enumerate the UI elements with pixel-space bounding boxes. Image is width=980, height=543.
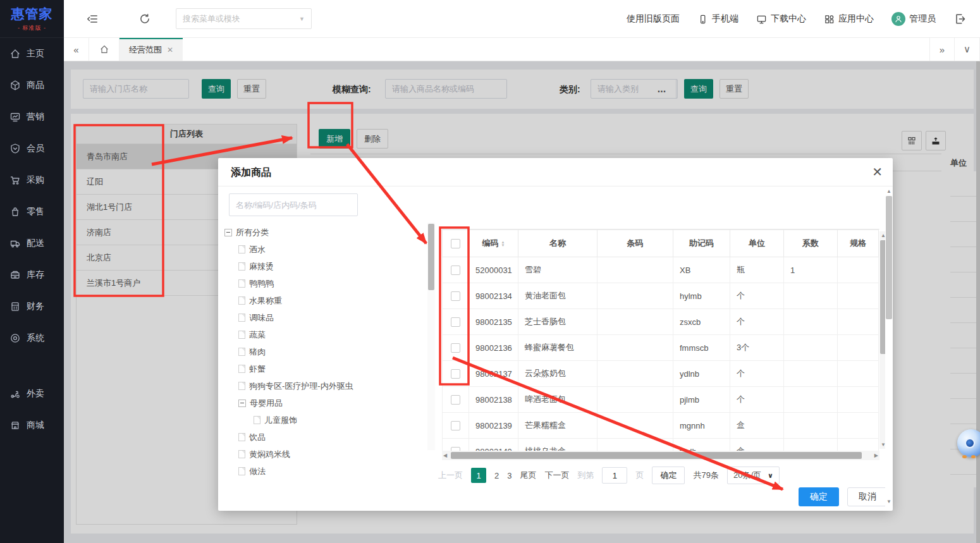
tree-node-label: 虾蟹	[249, 363, 266, 375]
mobile-link[interactable]: 手机端	[697, 13, 738, 25]
scrollbar-thumb[interactable]	[451, 452, 862, 459]
row-checkbox[interactable]	[451, 265, 460, 275]
modal-scrollbar[interactable]: ▲ ▼	[885, 187, 893, 507]
tree-node-root[interactable]: 所有分类	[224, 224, 427, 241]
sort-icon[interactable]: ▲▼	[501, 241, 505, 247]
download-center-link[interactable]: 下载中心	[756, 13, 806, 25]
tree-node-label: 所有分类	[236, 227, 269, 238]
row-checkbox[interactable]	[451, 291, 460, 301]
tree-node-label: 狗狗专区-医疗护理-内外驱虫	[249, 381, 353, 392]
menu-search-box[interactable]: ▼	[176, 8, 312, 29]
row-checkbox[interactable]	[451, 343, 460, 353]
product-row[interactable]: 98002138啤酒老面包pjlmb个	[443, 387, 879, 413]
tree-node[interactable]: 调味品	[224, 309, 427, 326]
prev-page-button[interactable]: 上一页	[438, 470, 463, 481]
scroll-right-icon[interactable]: ▶	[874, 453, 878, 458]
scrollbar-thumb[interactable]	[428, 224, 434, 290]
collapse-icon[interactable]	[224, 229, 232, 236]
tree-node[interactable]: 饮品	[224, 429, 427, 446]
app-center-link[interactable]: 应用中心	[824, 13, 874, 25]
goto-page-input[interactable]	[602, 467, 627, 484]
sidebar-item-takeout[interactable]: 外卖	[0, 378, 64, 410]
tree-node[interactable]: 酒水	[224, 241, 427, 258]
collapse-icon[interactable]	[238, 400, 246, 407]
modal-ok-button[interactable]: 确定	[799, 487, 839, 506]
tab-home[interactable]	[89, 38, 119, 61]
assistant-orb-widget[interactable]	[957, 429, 980, 457]
row-checkbox[interactable]	[451, 317, 460, 327]
tab-business-scope[interactable]: 经营范围 ✕	[119, 38, 183, 61]
tree-scrollbar[interactable]	[427, 223, 435, 450]
page-2-button[interactable]: 2	[494, 471, 499, 480]
row-checkbox[interactable]	[451, 369, 460, 379]
sidebar-item-label: 外卖	[27, 388, 44, 400]
row-checkbox[interactable]	[451, 421, 460, 430]
menu-search-input[interactable]	[183, 14, 299, 23]
tree-node-expandable[interactable]: 母婴用品	[224, 394, 427, 412]
sidebar-item-mall[interactable]: 商城	[0, 410, 64, 441]
sidebar-item-label: 商城	[27, 420, 44, 431]
tabs-scroll-left-icon[interactable]: «	[64, 38, 89, 61]
tabs-scroll-right-icon[interactable]: »	[929, 38, 955, 61]
modal-cancel-button[interactable]: 取消	[847, 487, 888, 506]
sidebar-item-retail[interactable]: 零售	[0, 196, 64, 228]
tree-node[interactable]: 鸭鸭鸭	[224, 275, 427, 292]
product-search-input[interactable]	[229, 193, 358, 216]
tree-node[interactable]: 猪肉	[224, 343, 427, 360]
page-size-select[interactable]: 20条/页 ∨	[727, 467, 780, 484]
sidebar-item-goods[interactable]: 商品	[0, 70, 64, 101]
table-hscrollbar[interactable]: ◀ ▶	[442, 451, 879, 460]
file-icon	[238, 245, 245, 253]
product-row-clipped[interactable]: 98002140桃桃乌龙盒ttwlh盒	[443, 439, 879, 451]
user-avatar	[891, 12, 905, 26]
product-row[interactable]: 98002136蜂蜜麻薯餐包fmmscb3个	[443, 335, 879, 361]
row-checkbox[interactable]	[451, 395, 460, 405]
user-menu[interactable]: 管理员	[891, 12, 936, 26]
goto-suffix-label: 页	[635, 470, 644, 481]
sidebar-item-system[interactable]: 系统	[0, 322, 64, 354]
goto-confirm-button[interactable]: 确定	[652, 467, 685, 484]
tree-node[interactable]: 蔬菜	[224, 326, 427, 343]
scrollbar-thumb[interactable]	[886, 196, 892, 319]
logout-icon[interactable]	[953, 13, 966, 25]
sidebar-item-home[interactable]: 主页	[0, 38, 64, 70]
sidebar-item-inventory[interactable]: 库存	[0, 259, 64, 291]
tree-node[interactable]: 麻辣烫	[224, 258, 427, 275]
legacy-page-link[interactable]: 使用旧版页面	[627, 13, 680, 25]
tree-node[interactable]: 黄焖鸡米线	[224, 446, 427, 463]
modal-close-icon[interactable]: ✕	[872, 164, 883, 180]
sidebar-item-purchase[interactable]: 采购	[0, 164, 64, 196]
refresh-icon[interactable]	[138, 13, 151, 25]
select-all-checkbox[interactable]	[451, 239, 460, 248]
col-header-code[interactable]: 编码▲▼	[469, 230, 518, 257]
scroll-left-icon[interactable]: ◀	[443, 453, 447, 458]
tree-node[interactable]: 做法	[224, 463, 427, 480]
page-3-button[interactable]: 3	[507, 471, 511, 480]
tree-node[interactable]: 水果称重	[224, 292, 427, 309]
next-page-button[interactable]: 下一页	[544, 470, 569, 481]
product-row[interactable]: 98002135芝士香肠包zsxcb个	[443, 309, 879, 335]
download-center-label: 下载中心	[771, 13, 806, 25]
sidebar-item-member[interactable]: 会员	[0, 133, 64, 164]
sidebar-item-marketing[interactable]: 营销	[0, 101, 64, 133]
collapse-menu-icon[interactable]	[86, 13, 99, 25]
close-tab-icon[interactable]: ✕	[167, 46, 173, 54]
last-page-button[interactable]: 尾页	[520, 470, 536, 481]
tree-node-child[interactable]: 儿童服饰	[224, 412, 427, 429]
sidebar-item-finance[interactable]: 财务	[0, 291, 64, 322]
tree-node[interactable]: 狗狗专区-医疗护理-内外驱虫	[224, 377, 427, 394]
category-tree: 所有分类 酒水 麻辣烫 鸭鸭鸭 水果称重 调味品 蔬菜 猪肉 虾蟹 狗狗专区-医…	[224, 224, 427, 480]
product-row[interactable]: 52000031雪碧XB瓶1	[443, 257, 879, 283]
product-row[interactable]: 98002139芒果糯糯盒mgnnh盒	[443, 413, 879, 439]
scroll-down-icon[interactable]: ▼	[885, 499, 893, 504]
sidebar-item-delivery[interactable]: 配送	[0, 228, 64, 259]
page-1-button[interactable]: 1	[471, 468, 486, 483]
scroll-up-icon[interactable]: ▲	[885, 188, 893, 194]
product-row[interactable]: 98002137云朵炼奶包ydlnb个	[443, 361, 879, 387]
tree-node[interactable]: 虾蟹	[224, 360, 427, 377]
tabs-menu-icon[interactable]: ∨	[955, 38, 980, 61]
caret-down-icon[interactable]: ▼	[299, 16, 305, 22]
file-icon	[238, 433, 245, 441]
delivery-icon	[9, 238, 21, 249]
product-row[interactable]: 98002134黄油老面包hylmb个	[443, 283, 879, 309]
